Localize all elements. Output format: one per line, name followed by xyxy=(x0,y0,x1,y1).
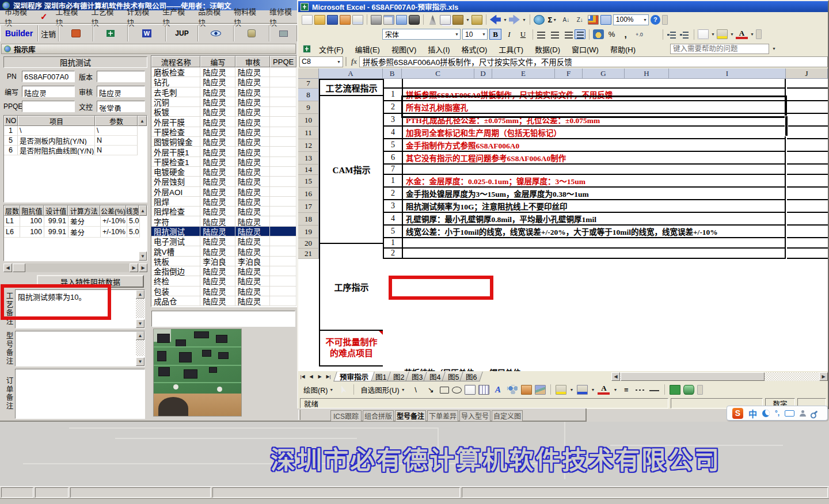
library-titlebar[interactable]: 指示库 xyxy=(1,44,296,54)
impedance-row[interactable]: L6 100 99.91 差分 +/-10% 5.00 xyxy=(4,227,147,238)
shape-fill-dropdown[interactable]: ▼ xyxy=(570,388,574,392)
drawing-font-color[interactable]: A xyxy=(598,385,610,395)
clipart-tool[interactable] xyxy=(521,385,532,395)
drawing-toggle-icon[interactable] xyxy=(600,15,611,25)
col-D[interactable]: D xyxy=(474,68,492,79)
undo-icon[interactable] xyxy=(490,15,501,25)
wordart-tool[interactable]: A xyxy=(492,384,504,395)
menu-data[interactable]: 数据(D) xyxy=(535,44,560,55)
name-box[interactable]: C8▼ xyxy=(299,56,343,67)
sogou-logo-icon[interactable]: S xyxy=(732,408,743,419)
menu-insert[interactable]: 插入(I) xyxy=(428,44,450,55)
cell-C[interactable]: 金手指处镍层厚度为3～15um，金层厚度为0.38～1um xyxy=(402,188,786,200)
builder-button[interactable]: Builder xyxy=(0,25,38,41)
underline-button[interactable]: U xyxy=(517,29,529,40)
sort-descending-button[interactable]: Z↓ xyxy=(574,14,586,25)
imp-col-tol[interactable]: 公差(%) xyxy=(100,205,127,216)
help-input-dropdown[interactable]: ▼ xyxy=(772,47,776,51)
erp-app-tab[interactable]: 导入型号 xyxy=(459,410,490,421)
row-number[interactable]: 11 xyxy=(298,127,319,139)
chart-wizard-icon[interactable] xyxy=(588,15,599,25)
cell-J[interactable] xyxy=(787,188,828,200)
ime-account-icon[interactable] xyxy=(800,410,806,417)
cell-C[interactable]: 水金：金层厚度：0.025-0.1um；镍层厚度：3～15um xyxy=(402,175,786,188)
currency-icon[interactable] xyxy=(593,29,604,39)
impedance-row[interactable]: L1 100 99.91 差分 +/-10% 5.00 xyxy=(4,216,147,227)
col-I[interactable]: I xyxy=(669,68,786,79)
erp-app-tab[interactable]: ICS跟踪 xyxy=(330,410,362,421)
cell-B[interactable]: 5 xyxy=(383,139,402,152)
row-number[interactable]: 19 xyxy=(298,226,319,238)
cell-B[interactable] xyxy=(383,79,402,89)
email-icon[interactable] xyxy=(352,15,363,25)
cell-J[interactable] xyxy=(787,101,828,114)
param-col-param[interactable]: 参数 xyxy=(95,116,138,126)
decrease-decimal-button[interactable] xyxy=(647,29,659,40)
section-worksteps[interactable]: 工序指示 xyxy=(319,244,383,331)
imp-hscroll[interactable]: ◀ ▶ ▶ xyxy=(3,264,147,272)
increase-indent-icon[interactable] xyxy=(679,29,690,39)
process-row[interactable]: 阻焊 陆应灵 陆应灵 xyxy=(151,197,296,207)
line-style-button[interactable]: ≡ xyxy=(620,384,632,395)
cut-icon[interactable] xyxy=(427,15,438,25)
redo-icon[interactable] xyxy=(509,15,520,25)
excel-button[interactable] xyxy=(93,25,128,41)
cell-C[interactable]: 所有过孔树脂塞孔 xyxy=(402,101,786,114)
autoshapes-button[interactable]: 自选图形(U)▼ xyxy=(359,384,406,395)
cell-J[interactable] xyxy=(787,226,828,238)
col-F[interactable]: F xyxy=(555,68,583,79)
find-icon[interactable] xyxy=(409,15,420,25)
row-number[interactable]: 21 xyxy=(298,249,319,259)
punctuation-icon[interactable]: °, xyxy=(775,409,779,417)
row-number[interactable]: 8 xyxy=(298,89,319,101)
process-row[interactable]: 外层干膜 陆应灵 陆应灵 xyxy=(151,117,296,127)
menu-window[interactable]: 窗口(W) xyxy=(572,44,599,55)
shape-fill-icon[interactable] xyxy=(556,385,566,395)
line-color-icon[interactable] xyxy=(577,385,588,395)
fill-color-icon[interactable] xyxy=(717,29,728,39)
print-icon[interactable] xyxy=(371,15,382,25)
format-painter-icon[interactable] xyxy=(471,15,482,25)
cell-C[interactable]: 拼板参照6S8AF006A0拼板制作，尺寸按实际文件，不用反馈 xyxy=(402,89,786,101)
cell-C[interactable]: 加我司全套标记和生产周期（包括无铅标记） xyxy=(402,127,786,139)
imp-col-width[interactable]: 线宽 xyxy=(126,205,139,216)
cell-J[interactable] xyxy=(787,127,828,139)
bold-button[interactable]: B xyxy=(489,29,501,40)
process-row[interactable]: 干膜检查 陆应灵 陆应灵 xyxy=(151,127,296,137)
picture-tool[interactable] xyxy=(535,385,546,395)
col-B[interactable]: B xyxy=(383,68,402,79)
fullhalf-width-icon[interactable] xyxy=(762,410,770,417)
arrow-tool[interactable]: ↘ xyxy=(425,384,437,395)
imp-scroll-up[interactable]: ▲ xyxy=(139,205,147,216)
font-color-button[interactable]: A xyxy=(736,29,748,39)
cell-C[interactable]: 其它没有指示的工程问题参考6S8AF006A0制作 xyxy=(402,152,786,165)
cell-J[interactable] xyxy=(787,79,828,89)
menu-format[interactable]: 格式(O) xyxy=(462,44,488,55)
cell-C[interactable]: PTH孔成品孔径公差：±0.075mm；孔位公差：±0.075mm xyxy=(402,114,786,127)
textbox-tool[interactable] xyxy=(465,385,476,395)
hyperlink-icon[interactable] xyxy=(534,15,545,25)
increase-decimal-button[interactable]: +.0 xyxy=(633,29,645,40)
process-row[interactable]: 外层干膜1 陆应灵 陆应灵 xyxy=(151,147,296,156)
tab-last-button[interactable]: ▶| xyxy=(324,372,333,381)
dash-style-button[interactable] xyxy=(635,385,646,395)
proc-col-checker[interactable]: 审核 xyxy=(235,56,271,67)
cell-B[interactable]: 2 xyxy=(383,188,402,200)
cell-C[interactable] xyxy=(402,165,786,175)
menu-view[interactable]: 视图(V) xyxy=(391,44,416,55)
ppqe-input[interactable] xyxy=(22,101,75,112)
imp-col-design[interactable]: 设计值 xyxy=(44,205,68,216)
imp-hscroll-thumb[interactable] xyxy=(13,264,25,272)
fill-handle[interactable] xyxy=(785,116,788,136)
logout-button[interactable]: 注销 xyxy=(38,25,59,41)
imp-col-layer[interactable]: 层数 xyxy=(4,205,20,216)
cell-J[interactable] xyxy=(787,114,828,127)
open-icon[interactable] xyxy=(314,15,325,25)
process-note-box[interactable]: 阻抗测试频率为10。 ▲ ▼ xyxy=(15,289,145,329)
process-row[interactable]: 跳V槽 陆应灵 陆应灵 xyxy=(151,246,296,256)
sheet-tab[interactable]: 图6 xyxy=(460,372,484,381)
jup-button[interactable]: JUP xyxy=(166,25,198,41)
param-row[interactable]: 5 是否测板内阻抗(Y/N) N xyxy=(4,136,147,146)
align-right-icon[interactable] xyxy=(562,29,573,39)
process-row[interactable]: 板镀 陆应灵 陆应灵 xyxy=(151,107,296,117)
